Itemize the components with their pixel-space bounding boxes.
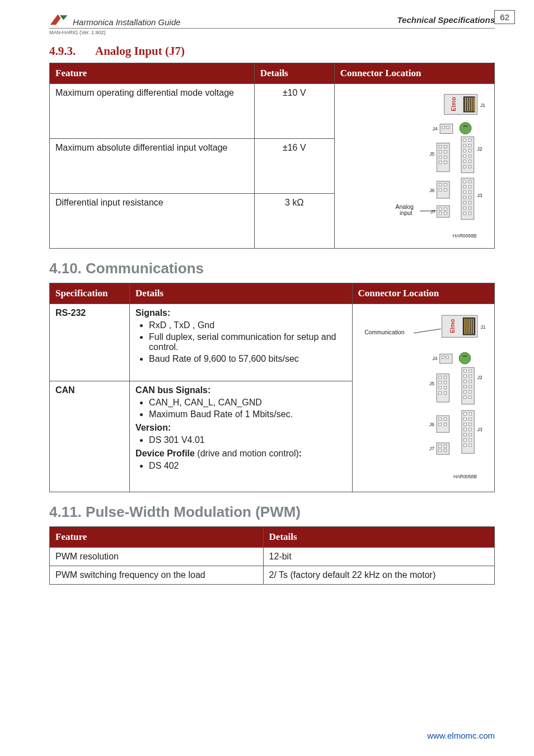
- svg-rect-23: [463, 160, 466, 163]
- svg-rect-20: [469, 150, 471, 152]
- svg-text:J3: J3: [477, 427, 482, 432]
- svg-rect-95: [469, 390, 472, 393]
- can-name: CAN: [50, 381, 130, 492]
- svg-rect-100: [438, 376, 441, 379]
- svg-rect-126: [463, 438, 466, 441]
- svg-rect-45: [463, 180, 466, 183]
- svg-text:J5: J5: [429, 381, 434, 386]
- svg-point-11: [460, 123, 471, 134]
- svg-rect-10: [446, 126, 449, 129]
- feature-cell: Maximum absolute differential input volt…: [50, 138, 255, 193]
- svg-rect-117: [469, 412, 472, 415]
- svg-rect-44: [461, 178, 474, 220]
- svg-text:J2: J2: [477, 146, 482, 152]
- svg-rect-49: [463, 191, 466, 194]
- svg-rect-61: [439, 208, 442, 211]
- svg-rect-47: [463, 185, 466, 188]
- svg-rect-104: [438, 386, 441, 389]
- svg-rect-106: [438, 391, 441, 394]
- svg-rect-39: [439, 183, 442, 186]
- svg-rect-133: [444, 445, 447, 447]
- svg-rect-110: [438, 418, 441, 421]
- rs232-details: Signals: RxD , TxD , Gnd Full duplex, se…: [130, 304, 353, 381]
- svg-text:J5: J5: [429, 151, 434, 157]
- svg-rect-124: [463, 433, 466, 436]
- svg-rect-81: [446, 356, 448, 359]
- svg-text:J4: J4: [432, 356, 437, 361]
- svg-rect-87: [469, 370, 472, 372]
- svg-text:J1: J1: [480, 102, 485, 108]
- svg-rect-2: [465, 97, 466, 111]
- rs232-name: RS-232: [50, 304, 130, 381]
- svg-rect-28: [437, 143, 449, 172]
- svg-rect-107: [444, 391, 447, 394]
- svg-text:Elmo: Elmo: [449, 319, 455, 333]
- svg-text:Communication: Communication: [364, 329, 405, 335]
- svg-rect-109: [437, 416, 449, 432]
- svg-rect-58: [469, 212, 471, 215]
- can-sig-bullet: CAN_H, CAN_L, CAN_GND: [149, 398, 346, 408]
- svg-rect-12: [463, 125, 468, 127]
- svg-rect-113: [444, 423, 447, 426]
- section-410-heading: 4.10. Communications: [49, 260, 495, 277]
- svg-rect-57: [463, 212, 466, 215]
- svg-rect-93: [469, 385, 472, 388]
- communications-table: Specification Details Connector Location…: [49, 283, 495, 492]
- svg-rect-53: [463, 202, 466, 204]
- footer-link[interactable]: www.elmomc.com: [427, 731, 495, 740]
- svg-rect-35: [439, 161, 442, 164]
- col-details: Details: [263, 527, 494, 548]
- svg-rect-22: [469, 155, 471, 157]
- col-connloc: Connector Location: [352, 283, 494, 304]
- svg-rect-131: [437, 443, 449, 455]
- svg-rect-15: [463, 139, 466, 142]
- svg-rect-80: [442, 356, 444, 359]
- svg-rect-103: [444, 381, 447, 384]
- svg-rect-54: [469, 202, 471, 204]
- page-header: Harmonica Installation Guide Technical S…: [49, 12, 495, 29]
- svg-rect-121: [469, 423, 472, 426]
- svg-rect-127: [469, 438, 472, 441]
- svg-rect-116: [463, 412, 466, 415]
- svg-text:J3: J3: [477, 193, 482, 198]
- can-sig-bullet: Maximum Baud Rate of 1 Mbits/sec.: [149, 409, 346, 419]
- svg-rect-48: [469, 185, 471, 188]
- col-feature: Feature: [50, 63, 255, 84]
- feature-cell: Differential input resistance: [50, 193, 255, 248]
- svg-rect-62: [444, 208, 447, 211]
- svg-point-82: [459, 352, 471, 364]
- svg-rect-64: [444, 212, 447, 215]
- svg-rect-42: [444, 189, 447, 192]
- svg-rect-40: [444, 183, 447, 186]
- doc-version: MAN-HARIG (Ver. 1.902): [49, 30, 495, 35]
- svg-rect-29: [439, 145, 442, 148]
- pwm-feature: PWM switching frequency on the load: [50, 566, 264, 585]
- svg-rect-24: [469, 160, 471, 163]
- page-number: 62: [494, 10, 515, 24]
- can-profile-bullet: DS 402: [149, 461, 346, 471]
- svg-rect-33: [439, 156, 442, 158]
- col-spec: Specification: [50, 283, 130, 304]
- svg-rect-25: [463, 165, 466, 168]
- svg-rect-112: [438, 423, 441, 426]
- pwm-table: Feature Details PWM resolution 12-bit PW…: [49, 526, 495, 585]
- svg-rect-111: [444, 418, 447, 421]
- svg-rect-115: [461, 410, 474, 454]
- svg-rect-56: [469, 207, 471, 209]
- svg-text:J6: J6: [429, 188, 434, 193]
- svg-rect-89: [469, 375, 472, 377]
- col-details: Details: [130, 283, 353, 304]
- guide-title: Harmonica Installation Guide: [73, 17, 181, 27]
- svg-rect-52: [469, 196, 471, 199]
- svg-rect-34: [444, 156, 447, 158]
- svg-rect-30: [444, 145, 447, 148]
- rs232-bullet: RxD , TxD , Gnd: [149, 320, 346, 330]
- svg-rect-134: [438, 449, 441, 452]
- rs232-bullet: Full duplex, serial communication for se…: [149, 332, 346, 352]
- col-details: Details: [254, 63, 334, 84]
- connector-diagram-cell: Elmo J1 J4: [334, 84, 494, 249]
- svg-rect-4: [469, 97, 470, 111]
- svg-line-77: [414, 329, 441, 333]
- svg-rect-60: [437, 206, 449, 217]
- analog-input-annot2: input: [400, 210, 413, 216]
